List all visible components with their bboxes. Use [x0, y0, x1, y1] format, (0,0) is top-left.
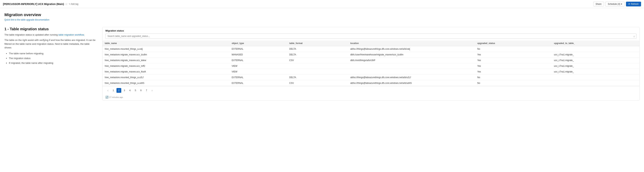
table-cell-table-name: hive_metastore.migrate_mavwv.ucx_telew [102, 58, 230, 63]
table-cell-upgraded-status: Yes [475, 58, 552, 63]
left-panel: 1 - Table migration status The table mig… [4, 27, 96, 100]
table-cell-table-format: DELTA [287, 75, 348, 80]
table-cell-object-type: EXTERNAL [230, 58, 287, 63]
table-cell-upgraded-status: No [475, 46, 552, 52]
page-breadcrumb-title: [PERCUSSOR-INFERIORLY] UCX Migration (Ma… [3, 2, 64, 5]
pagination-page-6[interactable]: 6 [138, 88, 143, 93]
column-header-table-name: table_name [102, 41, 230, 46]
main-layout: 1 - Table migration status The table mig… [4, 27, 640, 100]
page-title: Migration overview [4, 12, 640, 17]
table-cell-object-type: VIEW [230, 63, 287, 69]
schedule-label: Schedule (4) [608, 3, 620, 5]
pagination-page-7[interactable]: 7 [144, 88, 149, 93]
table-cell-table-format [287, 63, 348, 69]
table-cell-upgraded-status: No [475, 80, 552, 86]
table-cell-upgraded-status: Yes [475, 69, 552, 75]
table-row: hive_metastore.migrate_mavwv.ucx_tfud4VI… [102, 69, 640, 75]
table-header-row: table_nameobject_typetable_formatlocatio… [102, 41, 640, 46]
table-cell-upgraded-status: No [475, 75, 552, 80]
pagination-page-3[interactable]: 3 [122, 88, 127, 93]
section-desc-2: The table on the right assist with verif… [4, 38, 96, 50]
table-cell-table-name: hive_metastore.mounted_things_a.ud4S [102, 80, 230, 86]
data-table: table_nameobject_typetable_formatlocatio… [102, 41, 640, 86]
table-cell-table-format: CSV [287, 80, 348, 86]
right-panel: Migration status ⌕ table_nameobject_type… [102, 27, 640, 100]
topbar-actions: Share Schedule (4) ▾ ⟳ Refresh [593, 2, 641, 6]
list-item: The table name before migrating [9, 51, 96, 56]
doc-link[interactable]: Quick link to the table upgrade document… [4, 18, 49, 21]
table-cell-object-type: EXTERNAL [230, 46, 287, 52]
table-cell-table-format [287, 69, 348, 75]
table-cell-table-name: hive_metastore.mounted_things_a.u2Lf [102, 75, 230, 80]
table-cell-table-format: DELTA [287, 52, 348, 58]
table-cell-location [348, 69, 475, 75]
pagination-page-4[interactable]: 4 [128, 88, 132, 93]
table-wrapper: table_nameobject_typetable_formatlocatio… [102, 41, 640, 86]
refresh-label: Refresh [631, 3, 639, 5]
schedule-chevron-icon: ▾ [621, 3, 622, 5]
table-row: hive_metastore.mounted_things_a.ud4SEXTE… [102, 80, 640, 86]
table-row: hive_metastore.migrate_mavwv.ucx_tzu8mMA… [102, 52, 640, 58]
pagination-page-2[interactable]: 2 [116, 88, 121, 93]
share-button[interactable]: Share [593, 2, 604, 6]
table-cell-upgraded-to-table- [552, 80, 640, 86]
pagination-next[interactable]: › [150, 88, 154, 93]
pagination-bottom: ‹1234567› 🔄 17 minutes ago [102, 86, 640, 100]
pagination-page-1[interactable]: 1 [111, 88, 116, 93]
timestamp-row: 🔄 17 minutes ago [102, 96, 640, 100]
column-header-table-format: table_format [287, 41, 348, 46]
table-cell-location [348, 63, 475, 69]
refresh-icon: ⟳ [628, 3, 630, 5]
column-header-object-type: object_type [230, 41, 287, 46]
refresh-button[interactable]: ⟳ Refresh [626, 2, 641, 6]
table-cell-upgraded-to-table- [552, 46, 640, 52]
pagination-prev[interactable]: ‹ [106, 88, 110, 93]
section-desc-1-prefix: The table migration status is updated af… [4, 33, 58, 36]
table-header: table_nameobject_typetable_formatlocatio… [102, 41, 640, 46]
page-timestamp: 17 minutes ago [109, 96, 123, 98]
pagination: ‹1234567› [102, 86, 640, 95]
column-header-upgraded-status: upgraded_status [475, 41, 552, 46]
table-row: hive_metastore.mounted_things_a.zatjEXTE… [102, 46, 640, 52]
table-cell-table-format: DELTA [287, 46, 348, 52]
table-row: hive_metastore.mounted_things_a.u2LfEXTE… [102, 75, 640, 80]
workflow-link[interactable]: table migration workflow. [58, 33, 84, 36]
table-cell-upgraded-status: Yes [475, 52, 552, 58]
pagination-page-5[interactable]: 5 [133, 88, 138, 93]
section-desc-1: The table migration status is updated af… [4, 33, 96, 37]
schedule-button[interactable]: Schedule (4) ▾ [605, 2, 624, 6]
table-cell-location: dbfs:/user/hive/warehouse/migrate_mavwv/… [348, 52, 475, 58]
table-cell-table-format: CSV [287, 58, 348, 63]
table-cell-upgraded-to-table-: ucx_c7na1.migrate_ [552, 69, 640, 75]
table-cell-location: abfss://things@labsazurethings.dfs.core.… [348, 46, 475, 52]
section-list: The table name before migratingThe migra… [9, 51, 96, 66]
search-icon: ⌕ [634, 35, 635, 38]
add-tag-button[interactable]: + Add tag [69, 3, 78, 5]
table-cell-location: abfss://things@labsazurethings.dfs.core.… [348, 75, 475, 80]
table-cell-location: abfss://things@labsazurethings.dfs.core.… [348, 80, 475, 86]
table-cell-upgraded-to-table-: ucx_c7na1.migrate_ [552, 58, 640, 63]
list-item: The migration status [9, 56, 96, 61]
table-cell-object-type: EXTERNAL [230, 80, 287, 86]
table-cell-object-type: EXTERNAL [230, 75, 287, 80]
table-cell-object-type: MANAGED [230, 52, 287, 58]
table-row: hive_metastore.migrate_mavwv.ucx_telewEX… [102, 58, 640, 63]
table-cell-table-name: hive_metastore.mounted_things_a.zatj [102, 46, 230, 52]
topbar: [PERCUSSOR-INFERIORLY] UCX Migration (Ma… [0, 0, 644, 8]
page-content: Migration overview Quick link to the tab… [0, 8, 644, 100]
list-item: If migrated, the table name after migrat… [9, 61, 96, 66]
star-icon[interactable]: ☆ [65, 2, 68, 5]
column-header-upgraded-to-table-: upgraded_to_table_ [552, 41, 640, 46]
table-cell-upgraded-status: Yes [475, 63, 552, 69]
search-input[interactable] [106, 34, 636, 39]
table-cell-location: dbfs:/mnt/things/a/b/n3hP [348, 58, 475, 63]
table-cell-table-name: hive_metastore.migrate_mavwv.ucx_tfud4 [102, 69, 230, 75]
column-header-location: location [348, 41, 475, 46]
section-title: 1 - Table migration status [4, 27, 96, 31]
table-cell-upgraded-to-table-: ucx_c7na1.migrate_ [552, 52, 640, 58]
timestamp-refresh-icon: 🔄 [106, 96, 108, 98]
table-body: hive_metastore.mounted_things_a.zatjEXTE… [102, 46, 640, 86]
search-box: ⌕ [106, 34, 636, 39]
table-cell-upgraded-to-table-: ucx_c7na1.migrate_ [552, 63, 640, 69]
table-row: hive_metastore.migrate_mavwv.ucx_tvff2VI… [102, 63, 640, 69]
